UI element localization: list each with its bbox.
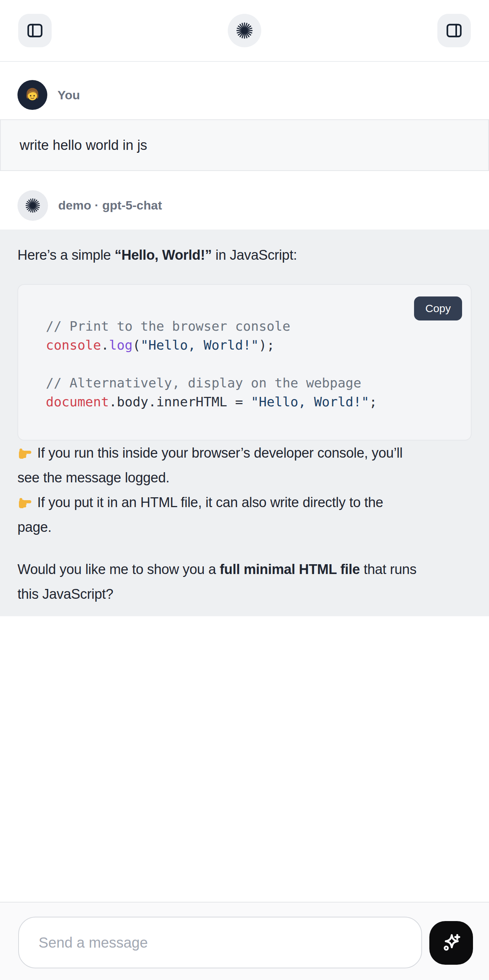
assistant-message: Here’s a simple “Hello, World!” in JavaS… <box>0 229 489 616</box>
composer-bar <box>0 902 489 980</box>
assistant-intro-paragraph: Here’s a simple “Hello, World!” in JavaS… <box>18 243 471 267</box>
user-role-row: You <box>0 62 489 119</box>
code-block: Copy // Print to the browser console con… <box>18 284 471 441</box>
person-emoji-icon <box>24 86 41 104</box>
code-content: // Print to the browser console console.… <box>18 285 471 440</box>
user-name-label: You <box>57 88 80 102</box>
sparkle-send-icon <box>439 931 463 955</box>
user-message-text: write hello world in js <box>20 137 147 153</box>
starburst-avatar-icon <box>24 197 41 214</box>
user-message: write hello world in js <box>0 119 489 171</box>
sidebar-toggle-button[interactable] <box>18 14 52 47</box>
panel-right-icon <box>444 21 464 40</box>
top-bar <box>0 0 489 62</box>
assistant-name-label: demo · gpt-5-chat <box>58 198 162 212</box>
message-input[interactable] <box>18 917 422 968</box>
logo-button[interactable] <box>228 14 261 47</box>
copy-code-button[interactable]: Copy <box>414 296 462 320</box>
assistant-role-row: demo · gpt-5-chat <box>0 171 489 229</box>
assistant-question-paragraph: Would you like me to show you a full min… <box>18 557 471 606</box>
user-avatar <box>18 80 47 110</box>
assistant-avatar <box>18 190 48 221</box>
assistant-tips-paragraph: If you run this inside your browser’s de… <box>18 441 471 539</box>
panel-left-icon <box>25 21 45 40</box>
pointing-right-icon <box>18 445 32 460</box>
chat-app-window: You write hello world in js <box>0 0 489 980</box>
right-panel-toggle-button[interactable] <box>437 14 471 47</box>
pointing-right-icon <box>18 495 32 510</box>
send-button[interactable] <box>429 921 473 965</box>
starburst-logo-icon <box>235 21 254 40</box>
empty-scroll-area <box>0 616 489 902</box>
